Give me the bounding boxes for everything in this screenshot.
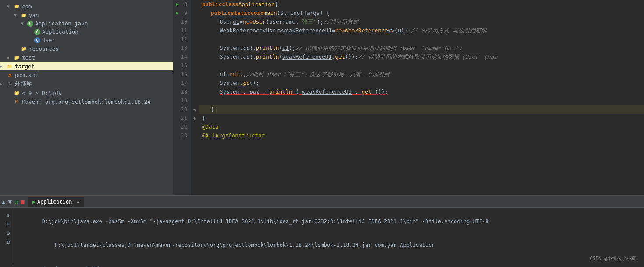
type-system-14: System <box>220 53 239 61</box>
annotation-allargs: @AllArgsConstructor <box>202 131 265 140</box>
cursor-20: | <box>215 105 219 114</box>
sidebar-label-yan: yan <box>29 12 39 18</box>
sidebar-item-com[interactable]: ▼ 📁 com <box>0 2 173 11</box>
line-num-19: 19 <box>177 96 187 105</box>
run-arrow-9: ▶ <box>176 9 179 18</box>
sidebar-item-jdk[interactable]: 📁 < 9 > D:\jdk <box>0 88 173 97</box>
sidebar-item-test[interactable]: ▶ 📁 test <box>0 53 173 62</box>
arrow-test: ▶ <box>7 55 13 60</box>
bottom-tabs: ▲ ▼ ↺ ■ ▶ Application × <box>0 196 644 208</box>
gutter-22 <box>191 123 199 131</box>
folder-icon-target: 📁 <box>6 63 13 70</box>
sidebar-item-resources[interactable]: 📁 resources <box>0 44 173 53</box>
sidebar-label-app-java: Application.java <box>35 20 88 27</box>
sidebar-item-external[interactable]: ▶ 🗂 外部库 <box>0 79 173 88</box>
comment-14: // 以弱引用的方式获取引用地址的数据（User （nam <box>358 53 497 61</box>
dot-18a: . <box>243 88 246 95</box>
var-weakref: weakReferenceU1 <box>282 26 332 35</box>
folder-icon-yan: 📁 <box>20 11 27 18</box>
line-num-16: 16 <box>177 70 187 79</box>
kw-new-11: new <box>335 26 345 35</box>
line-num-12: 12 <box>177 35 187 44</box>
sidebar-item-pom[interactable]: m pom.xml <box>0 70 173 79</box>
scroll-down-icon[interactable]: ▼ <box>8 198 11 205</box>
code-line-10: User u1 = new User ( username: "张三" ); /… <box>199 18 644 26</box>
method-println-13: println <box>256 44 279 53</box>
code-line-13: System . out . println ( u1 ); // 以强引用的方… <box>199 44 644 53</box>
dot-13b: . <box>253 44 256 53</box>
code-line-17: System . gc (); <box>199 79 644 88</box>
line-num-21: 21 <box>177 114 187 123</box>
method-main: main <box>263 9 277 18</box>
annotation-data: @Data <box>202 123 219 131</box>
sidebar-item-application-java[interactable]: ▼ C Application.java <box>0 19 173 28</box>
class-icon-app: C <box>34 29 40 35</box>
kw-public-8: public <box>202 0 222 9</box>
generic2-11: <>( <box>388 26 398 35</box>
scroll-up-icon[interactable]: ▲ <box>2 198 5 205</box>
gutter-21: ⊖ <box>191 114 199 123</box>
layout-icon[interactable]: ⊞ <box>7 239 10 246</box>
console-cmd-line: D:\jdk\bin\java.exe -Xms5m -Xmx5m "-java… <box>17 210 640 233</box>
code-line-16: u1 = null ; //此时 User（"张三"）失去了强引用，只有一个弱引… <box>199 70 644 79</box>
sidebar: ▼ 📁 com ▼ 📁 yan ▼ C Application.java C A… <box>0 0 173 195</box>
bracket-9: [] <box>300 9 306 18</box>
line-num-18: 18 <box>177 88 187 96</box>
arrow-yan: ▼ <box>14 13 20 18</box>
gutter-10 <box>191 18 199 26</box>
cmd-text-1: D:\jdk\bin\java.exe -Xms5m -Xmx5m "-java… <box>42 218 489 225</box>
type-string: String <box>280 9 300 18</box>
method-get-14: get <box>335 53 345 61</box>
gutter-16 <box>191 70 199 79</box>
code-line-22: @Data <box>199 123 644 131</box>
code-line-19 <box>199 96 644 105</box>
sidebar-item-yan[interactable]: ▼ 📁 yan <box>0 11 173 19</box>
folder-icon-resources: 📁 <box>20 45 27 52</box>
sidebar-label-pom: pom.xml <box>15 72 38 78</box>
assign-10: = <box>239 18 243 26</box>
rerun-icon[interactable]: ↺ <box>14 198 18 205</box>
string-zhangsan: "张三" <box>299 18 317 26</box>
line-num-17: 17 <box>177 79 187 88</box>
gutter-19 <box>191 96 199 105</box>
sidebar-item-target[interactable]: ▶ 📁 target <box>0 62 173 70</box>
brace-close-21: } <box>202 114 206 123</box>
tab-close[interactable]: × <box>76 199 79 205</box>
sidebar-item-user-class[interactable]: C User <box>0 36 173 44</box>
dot-17: . <box>239 79 243 88</box>
comment-13: // 以强引用的方式获取引用地址的数据（User （name="张三"） <box>295 44 465 53</box>
gutter-23 <box>191 131 199 140</box>
param-username: username: <box>269 18 299 26</box>
kw-static-9: static <box>231 9 250 18</box>
line-num-14: 14 <box>177 53 187 61</box>
code-line-23: @AllArgsConstructor <box>199 131 644 140</box>
stop-icon[interactable]: ■ <box>21 198 24 205</box>
scroll-lock-icon[interactable]: ⇅ <box>7 211 10 218</box>
sidebar-item-maven[interactable]: M Maven: org.projectlombok:lombok:1.18.2… <box>0 97 173 106</box>
sidebar-label-com: com <box>22 3 32 10</box>
field-out-13: out <box>243 44 253 53</box>
var-u1-13: u1 <box>282 44 289 53</box>
line-num-22: 22 <box>177 123 187 131</box>
line-num-20: 20 <box>177 105 187 114</box>
assign-16: = <box>226 70 230 79</box>
type-user-11: User <box>266 26 279 35</box>
filter-icon[interactable]: ≡ <box>7 221 10 227</box>
code-18-underlined: System . out . println ( weakReferenceU1… <box>220 88 388 96</box>
code-content[interactable]: public class Application { public static… <box>199 0 644 195</box>
classname-weakref: WeakReference <box>345 26 388 35</box>
side-icons: ⇅ ≡ ⚙ ⊞ <box>4 210 13 265</box>
paren-18a: ( <box>295 88 299 95</box>
sidebar-item-application-class[interactable]: C Application <box>0 28 173 36</box>
bottom-left-controls: ▲ ▼ ↺ ■ <box>2 198 25 205</box>
ext-icon: 🗂 <box>6 81 13 88</box>
paren-13b: ); <box>289 44 295 53</box>
settings-icon[interactable]: ⚙ <box>7 230 10 236</box>
csdn-watermark: CSDN @小那么小小猿 <box>590 255 636 263</box>
semi-11: ); <box>405 26 411 35</box>
semi-10: ); <box>317 18 324 26</box>
arrow-target: ▶ <box>0 64 6 69</box>
tab-application[interactable]: ▶ Application × <box>28 197 84 207</box>
method-gc: gc <box>243 79 249 88</box>
sidebar-label-external: 外部库 <box>15 80 32 88</box>
